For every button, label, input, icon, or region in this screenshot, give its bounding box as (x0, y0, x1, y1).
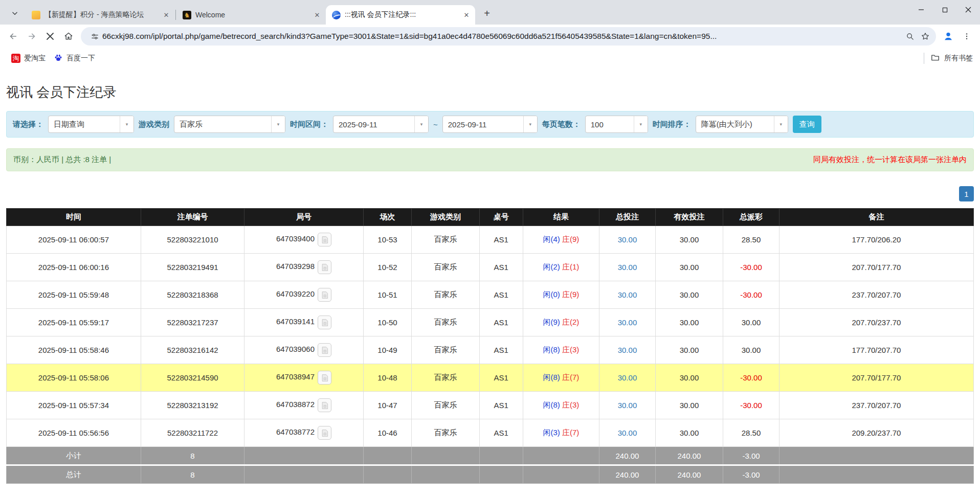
maximize-button[interactable] (933, 0, 956, 19)
table-row[interactable]: 2025-09-11 06:00:57522803221010647039400… (7, 226, 974, 254)
video-replay-icon[interactable] (318, 316, 331, 329)
tab-close-icon[interactable]: ✕ (162, 10, 171, 19)
result-player: 闲(4) (543, 235, 560, 243)
page-size-value: 100 (586, 116, 634, 132)
video-replay-icon[interactable] (318, 426, 331, 440)
browser-menu-icon[interactable] (957, 27, 976, 46)
cell-remark: 177.70/206.20 (779, 226, 973, 254)
all-bookmarks-button[interactable]: 所有书签 (930, 53, 973, 64)
cell-game-type: 百家乐 (412, 226, 479, 254)
tab-search-chevron-icon[interactable] (7, 6, 23, 21)
bookmark-taobao[interactable]: 淘 爱淘宝 (7, 52, 50, 65)
footer-payout: -3.00 (723, 447, 779, 465)
site-settings-icon[interactable] (87, 29, 102, 44)
cell-remark: 207.70/237.70 (779, 309, 973, 336)
query-mode-select[interactable]: 日期查询 ▾ (48, 116, 134, 133)
bookmarks-bar: 淘 爱淘宝 百度一下 所有书签 (0, 48, 980, 69)
footer-total-bet: 240.00 (599, 447, 656, 465)
profile-avatar-icon[interactable] (939, 27, 957, 46)
table-row[interactable]: 2025-09-11 06:00:16522803219491647039298… (7, 254, 974, 281)
cell-bet-id: 522803213192 (141, 392, 244, 419)
query-mode-label: 请选择： (13, 120, 43, 129)
column-header: 桌号 (479, 209, 523, 226)
video-replay-icon[interactable] (318, 398, 331, 412)
date-from-select[interactable]: 2025-09-11 ▾ (333, 116, 429, 133)
cell-bet-id: 522803211722 (141, 419, 244, 447)
footer-count: 8 (141, 465, 244, 484)
url-text[interactable]: 66cxkj98.com/ipl/portal.php/game/betreco… (102, 32, 902, 41)
cell-remark: 209.20/237.70 (779, 419, 973, 447)
total-bet-link[interactable]: 30.00 (618, 346, 637, 354)
sort-order-label: 时间排序： (653, 120, 691, 129)
valid-bet-notice-text: 同局有效投注，统一计算在该局第一张注单内 (813, 155, 967, 165)
page-size-select[interactable]: 100 ▾ (585, 116, 648, 133)
new-tab-button[interactable]: + (479, 6, 495, 21)
subtotal-row: 小计8240.00240.00-3.00 (7, 447, 974, 465)
chevron-down-icon[interactable]: ▾ (523, 116, 537, 132)
tab-title: 【新提醒】积分 - 海燕策略论坛 (44, 10, 159, 19)
cell-payout: -30.00 (723, 281, 779, 309)
back-icon[interactable] (4, 27, 23, 46)
total-bet-link[interactable]: 30.00 (618, 429, 637, 437)
chevron-down-icon[interactable]: ▾ (271, 116, 285, 132)
date-to-select[interactable]: 2025-09-11 ▾ (442, 116, 538, 133)
tab-forum[interactable]: 【新提醒】积分 - 海燕策略论坛 ✕ (26, 5, 175, 25)
chevron-down-icon[interactable]: ▾ (120, 116, 133, 132)
cell-payout: 30.00 (723, 309, 779, 336)
stop-loading-icon[interactable] (41, 27, 59, 46)
total-bet-link[interactable]: 30.00 (618, 373, 637, 382)
cell-session: 10-46 (363, 419, 412, 447)
page-number-button[interactable]: 1 (959, 186, 974, 201)
cell-game-type: 百家乐 (412, 364, 479, 392)
cell-round: 647039298 (244, 254, 364, 281)
close-window-button[interactable] (956, 0, 980, 19)
search-button[interactable]: 查询 (793, 116, 821, 133)
minimize-button[interactable] (909, 0, 933, 19)
forward-icon[interactable] (23, 27, 41, 46)
video-replay-icon[interactable] (318, 371, 331, 385)
video-replay-icon[interactable] (318, 260, 331, 274)
home-icon[interactable] (59, 27, 78, 46)
chevron-down-icon[interactable]: ▾ (634, 116, 648, 132)
cell-game-type: 百家乐 (412, 419, 479, 447)
chevron-down-icon[interactable]: ▾ (774, 116, 788, 132)
address-bar[interactable]: 66cxkj98.com/ipl/portal.php/game/betreco… (81, 27, 936, 46)
tab-close-icon[interactable]: ✕ (462, 10, 471, 19)
table-row[interactable]: 2025-09-11 05:59:48522803218368647039220… (7, 281, 974, 309)
bookmark-baidu[interactable]: 百度一下 (50, 51, 99, 66)
bookmark-star-icon[interactable] (918, 29, 933, 44)
cell-valid-bet: 30.00 (655, 226, 723, 254)
sort-order-select[interactable]: 降冪(由大到小) ▾ (696, 116, 788, 133)
game-type-select[interactable]: 百家乐 ▾ (174, 116, 285, 133)
currency-total-text: 币别：人民币 | 总共 :8 注单 | (13, 155, 111, 165)
total-bet-link[interactable]: 30.00 (618, 290, 637, 299)
tab-divider (175, 10, 176, 20)
game-type-label: 游戏类别 (139, 120, 169, 129)
browser-tabstrip: 【新提醒】积分 - 海燕策略论坛 ✕ ♞ Welcome ✕ :::视讯 会员下… (0, 0, 980, 25)
cell-round: 647038872 (244, 392, 364, 419)
tab-bet-record-active[interactable]: :::视讯 会员下注纪录::: ✕ (326, 5, 475, 25)
total-bet-link[interactable]: 30.00 (618, 401, 637, 410)
table-row[interactable]: 2025-09-11 05:58:46522803216142647039060… (7, 336, 974, 364)
chevron-down-icon[interactable]: ▾ (414, 116, 428, 132)
video-replay-icon[interactable] (318, 233, 331, 246)
cell-round: 647038947 (244, 364, 364, 392)
total-bet-link[interactable]: 30.00 (618, 318, 637, 327)
zoom-icon[interactable] (902, 29, 918, 44)
tab-close-icon[interactable]: ✕ (313, 10, 322, 19)
column-header: 时间 (7, 209, 141, 226)
total-bet-link[interactable]: 30.00 (618, 235, 637, 244)
table-row[interactable]: 2025-09-11 05:58:06522803214590647038947… (7, 364, 974, 392)
video-replay-icon[interactable] (318, 288, 331, 302)
tab-welcome[interactable]: ♞ Welcome ✕ (176, 5, 326, 25)
result-player: 闲(8) (543, 400, 560, 409)
cell-result: 闲(0) 庄(9) (523, 281, 599, 309)
cell-time: 2025-09-11 05:56:56 (7, 419, 141, 447)
cell-result: 闲(3) 庄(7) (523, 419, 599, 447)
table-row[interactable]: 2025-09-11 05:59:17522803217237647039141… (7, 309, 974, 336)
video-replay-icon[interactable] (318, 343, 331, 357)
cell-payout: -30.00 (723, 364, 779, 392)
total-bet-link[interactable]: 30.00 (618, 263, 637, 272)
table-row[interactable]: 2025-09-11 05:57:34522803213192647038872… (7, 392, 974, 419)
table-row[interactable]: 2025-09-11 05:56:56522803211722647038772… (7, 419, 974, 447)
